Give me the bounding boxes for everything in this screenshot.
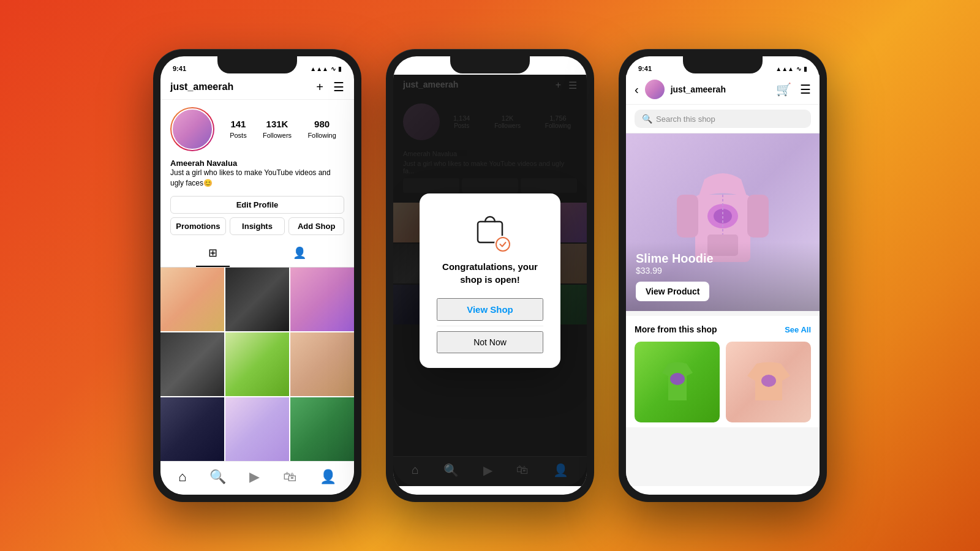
photo-6[interactable] (290, 332, 354, 396)
wifi-icon: ∿ (331, 66, 336, 72)
phone-2: 9:41 ▲▲▲ ∿ ▮ just_ameerah + ☰ (386, 49, 594, 502)
avatar[interactable] (170, 107, 214, 151)
svg-point-9 (761, 375, 776, 387)
stats-group: 141 Posts 131K Followers 980 Following (222, 119, 344, 140)
add-shop-button[interactable]: Add Shop (288, 217, 344, 235)
following-count: 980 (307, 119, 336, 129)
time-1: 9:41 (173, 65, 186, 72)
tagged-view-icon[interactable]: 👤 (281, 240, 318, 267)
back-button[interactable]: ‹ (635, 83, 639, 97)
shop-header-icons: 🛒 ☰ (776, 82, 811, 97)
profile-bio: Ameerah Navalua Just a girl who likes to… (160, 156, 354, 193)
following-label: Following (307, 132, 336, 139)
more-header: More from this shop See All (635, 324, 811, 334)
followers-count: 131K (263, 119, 292, 129)
photo-1[interactable] (160, 268, 224, 331)
home-nav-icon[interactable]: ⌂ (178, 469, 186, 485)
check-circle-bg (494, 236, 511, 253)
posts-count: 141 (230, 119, 247, 129)
profile-buttons: Edit Profile Promotions Insights Add Sho… (160, 193, 354, 240)
featured-product-name: Slime Hoodie (636, 252, 810, 266)
modal-overlay: Congratulations, your shop is open! View… (393, 75, 587, 486)
featured-product[interactable]: Slime Hoodie $33.99 View Product (626, 133, 820, 311)
photo-4[interactable] (160, 332, 224, 396)
view-shop-button[interactable]: View Shop (437, 298, 543, 321)
phone2-screen: just_ameerah + ☰ 1,134Posts 12KFollowers… (393, 75, 587, 486)
status-icons-1: ▲▲▲ ∿ ▮ (310, 66, 342, 72)
profile-stats: 141 Posts 131K Followers 980 Following (160, 100, 354, 156)
phone-3: 9:41 ▲▲▲ ∿ ▮ ‹ just_ameerah 🛒 ☰ (619, 49, 827, 502)
svg-point-8 (670, 373, 685, 385)
check-icon (499, 241, 507, 247)
battery-icon: ▮ (338, 66, 342, 72)
shop-menu-icon[interactable]: ☰ (800, 82, 811, 97)
long-sleeve-image (726, 342, 811, 422)
posts-stat: 141 Posts (230, 119, 247, 140)
grid-navigation: ⊞ 👤 (160, 240, 354, 268)
battery-icon-2: ▮ (571, 66, 575, 72)
modal-title: Congratulations, your shop is open! (437, 260, 543, 286)
search-box[interactable]: 🔍 Search this shop (635, 110, 811, 128)
search-placeholder-text: Search this shop (656, 114, 715, 124)
profile-name: Ameerah Navalua (170, 159, 344, 168)
profile-description: Just a girl who likes to make YouTube vi… (170, 168, 344, 189)
avatar-image (172, 108, 213, 150)
photo-3[interactable] (290, 268, 354, 331)
bottom-navigation: ⌂ 🔍 ▶ 🛍 👤 (160, 461, 354, 495)
ig-header: just_ameerah + ☰ (160, 75, 354, 100)
wifi-icon-3: ∿ (796, 66, 801, 72)
notch-2 (450, 56, 530, 73)
product-card-long-sleeve[interactable]: Classic Long Sleeve Tee $100 🔖 (726, 342, 811, 422)
following-stat[interactable]: 980 Following (307, 119, 336, 140)
shop-header: ‹ just_ameerah 🛒 ☰ (626, 75, 820, 105)
promotions-button[interactable]: Promotions (170, 217, 226, 235)
view-product-button[interactable]: View Product (636, 282, 709, 301)
wifi-icon-2: ∿ (564, 66, 568, 72)
shop-nav-icon[interactable]: 🛍 (283, 469, 296, 485)
shop-avatar (645, 80, 665, 99)
tee-illustration (656, 358, 699, 407)
product-grid: Classic Tee » $21.99 🔖 (635, 342, 811, 422)
followers-stat[interactable]: 131K Followers (263, 119, 292, 140)
product-card-classic-tee[interactable]: Classic Tee » $21.99 🔖 (635, 342, 720, 422)
more-title: More from this shop (635, 324, 717, 334)
shop-search-bar: 🔍 Search this shop (626, 105, 820, 133)
profile-username: just_ameerah (170, 81, 233, 92)
svg-rect-3 (747, 195, 769, 238)
modal-divider (437, 326, 543, 326)
photo-2[interactable] (225, 268, 289, 331)
svg-rect-2 (677, 195, 698, 238)
photo-8[interactable] (225, 397, 289, 461)
reels-nav-icon[interactable]: ▶ (249, 469, 260, 485)
photo-9[interactable] (290, 397, 354, 461)
time-2: 9:41 (405, 65, 419, 72)
search-icon: 🔍 (642, 114, 652, 124)
status-icons-2: ▲▲▲ ∿ ▮ (543, 66, 575, 72)
cart-icon[interactable]: 🛒 (776, 82, 791, 97)
not-now-button[interactable]: Not Now (437, 331, 543, 353)
more-from-shop: More from this shop See All (626, 316, 820, 427)
profile-nav-icon[interactable]: 👤 (320, 469, 336, 485)
followers-label: Followers (263, 132, 292, 139)
photo-5[interactable] (225, 332, 289, 396)
classic-tee-image (635, 342, 720, 422)
time-3: 9:41 (638, 65, 652, 72)
grid-view-icon[interactable]: ⊞ (196, 240, 230, 267)
battery-icon-3: ▮ (804, 66, 807, 72)
featured-product-price: $33.99 (636, 266, 810, 276)
photo-7[interactable] (160, 397, 224, 461)
photo-grid (160, 268, 354, 461)
signal-icon-2: ▲▲▲ (543, 66, 561, 72)
add-icon[interactable]: + (316, 80, 323, 94)
featured-product-info: Slime Hoodie $33.99 View Product (626, 242, 820, 311)
see-all-button[interactable]: See All (785, 325, 811, 334)
signal-icon: ▲▲▲ (310, 66, 328, 72)
status-icons-3: ▲▲▲ ∿ ▮ (775, 66, 807, 72)
insights-button[interactable]: Insights (230, 217, 285, 235)
edit-profile-button[interactable]: Edit Profile (170, 196, 344, 214)
signal-icon-3: ▲▲▲ (775, 66, 794, 72)
phone-1: 9:41 ▲▲▲ ∿ ▮ just_ameerah + ☰ 141 P (153, 49, 361, 502)
menu-icon[interactable]: ☰ (333, 80, 344, 94)
search-nav-icon[interactable]: 🔍 (209, 469, 226, 485)
check-circle (496, 237, 510, 252)
